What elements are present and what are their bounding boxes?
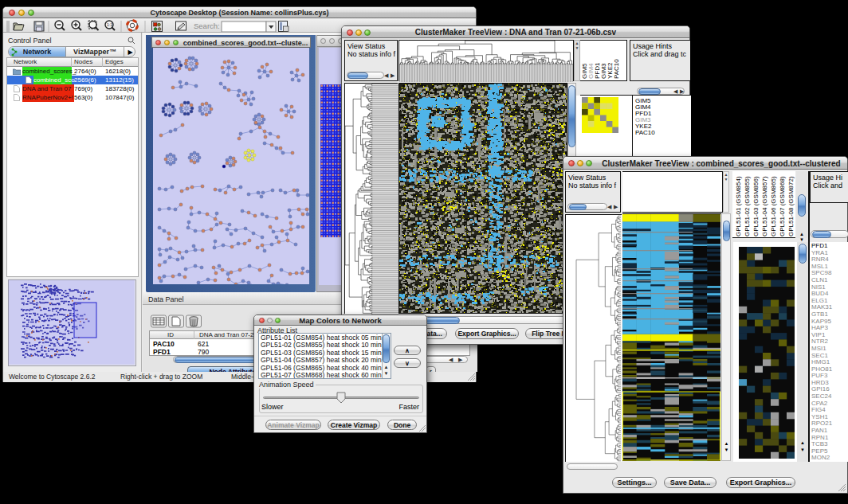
svg-text:Search:: Search: (194, 21, 220, 30)
svg-text:1:1: 1:1 (107, 22, 112, 27)
